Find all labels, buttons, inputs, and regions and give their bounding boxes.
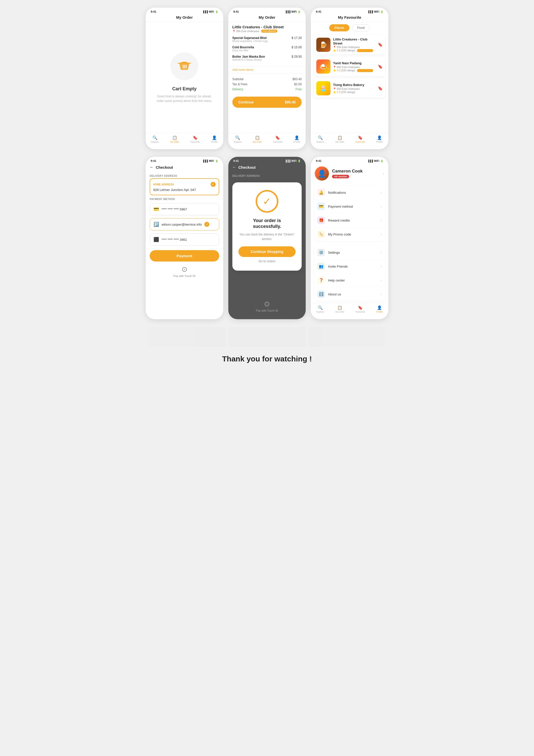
nav-myorder-6[interactable]: 📋 My order	[335, 305, 344, 313]
payment-icon: 💳	[317, 202, 325, 210]
payment-button[interactable]: Payment	[150, 250, 219, 261]
order-item-2: Cold Bournvita Extra Hot Mild $ 15.00	[232, 45, 302, 52]
touch-id-icon-5: ⊙	[264, 300, 270, 308]
fav-item-3: 🧁 Tiong Bahru Bakery 📍 856 Esta Underpas…	[314, 79, 385, 98]
order-item-1: Special Gajananad Bhel Mixed vegetables,…	[232, 36, 302, 42]
menu-promo[interactable]: 🏷️ My Promo code ›	[314, 228, 385, 241]
nav-myorder-1[interactable]: 📋 My order	[170, 135, 179, 143]
explore-label-6: Explore	[317, 310, 324, 313]
fav-rating-1: ⭐ 4.8 (233 ratings) Free delivery	[333, 49, 375, 52]
checkout-title-5: Checkout	[238, 165, 255, 170]
fav-img-3: 🧁	[316, 81, 331, 95]
myorder-label-2: My order	[253, 141, 262, 143]
nav-myorder-3[interactable]: 📋 My order	[335, 135, 344, 143]
rewards-icon: 🎁	[317, 217, 325, 224]
rewards-label: Reward credits	[328, 219, 378, 222]
signal-icon-2: ▐▐▐	[285, 10, 290, 13]
subtotal-label: Subtotal	[232, 77, 244, 81]
notifications-icon: 🔔	[317, 189, 325, 196]
about-icon: ℹ️	[317, 290, 325, 298]
touch-id-section-5: ⊙ Pay with Touch ID	[228, 298, 306, 314]
nav-fav-3[interactable]: 🔖 Favourite	[356, 135, 365, 143]
fav-icon-3: 🔖	[358, 135, 363, 140]
touch-id-icon-4: ⊙	[181, 265, 187, 273]
status-bar-4: 9:41 ▐▐▐ WiFi 🔋	[146, 157, 223, 163]
paypal-check: ✓	[204, 222, 209, 227]
menu-rewards[interactable]: 🎁 Reward credits ›	[314, 213, 385, 228]
tab-places[interactable]: Places	[329, 24, 349, 31]
fav-label-3: Favourite	[356, 141, 365, 143]
profile-label-6: Profile	[376, 310, 383, 313]
order-address: 856 Esta Underpass	[236, 30, 259, 33]
delivery-label: Delivery	[232, 88, 243, 91]
promo-icon: 🏷️	[317, 230, 325, 238]
payment-card-mc[interactable]: ⬛ **** **** **** 3461	[150, 233, 219, 246]
tab-food[interactable]: Food	[352, 24, 370, 31]
success-circle: ✓	[255, 190, 279, 213]
profile-icon-3: 👤	[377, 135, 382, 140]
signal-icon-3: ▐▐▐	[368, 10, 373, 13]
nav-fav-6[interactable]: 🔖 Favourite	[356, 305, 365, 313]
checkout-back-5[interactable]: ← Checkout	[228, 163, 306, 172]
profile-header: 👤 Cameron Cook VIP member ›	[311, 163, 388, 184]
order-header: Little Creatures - Club Street 📍 856 Est…	[228, 22, 306, 34]
delivery-section-label-5: DELIVERY ADDRESS	[228, 172, 306, 178]
profile-label-2: Profile	[294, 141, 300, 143]
wifi-icon: WiFi	[209, 10, 214, 13]
checkout-back-4[interactable]: ← Checkout	[146, 163, 223, 172]
continue-price: $95.40	[285, 100, 296, 104]
nav-fav-2[interactable]: 🔖 Favourite	[273, 135, 283, 143]
nav-explore-6[interactable]: 🔍 Explore	[317, 305, 324, 313]
status-icons-1: ▐▐▐ WiFi 🔋	[202, 10, 218, 13]
nav-profile-1[interactable]: 👤 Profile	[211, 135, 218, 143]
continue-button[interactable]: Continue $95.40	[232, 96, 302, 108]
location-icon: 📍	[232, 30, 235, 33]
add-more-link[interactable]: Add more items	[228, 67, 306, 73]
nav-explore-2[interactable]: 🔍 Explore	[234, 135, 242, 143]
go-orders-button[interactable]: Go to orders	[259, 259, 276, 263]
screen2-title: My Order	[259, 15, 275, 19]
fav-bookmark-2[interactable]: 🔖	[378, 64, 383, 69]
status-time-4: 9:41	[151, 159, 156, 162]
explore-icon-3: 🔍	[318, 135, 323, 140]
continue-shopping-button[interactable]: Continue Shopping	[238, 246, 296, 257]
success-desc: You can track the delivery in the "Order…	[238, 232, 296, 241]
menu-notifications[interactable]: 🔔 Notifications ›	[314, 186, 385, 200]
basket-icon	[177, 58, 192, 74]
subtotal-value: $93.40	[293, 77, 302, 81]
watermark-phone-3	[308, 327, 386, 347]
delivery-value: Free	[296, 88, 302, 91]
status-icons-4: ▐▐▐ WiFi 🔋	[202, 160, 218, 162]
menu-help[interactable]: ❓ Help center ›	[314, 273, 385, 287]
payment-card-paypal[interactable]: 🅿️ wilson.casper@bernice.info ✓	[150, 218, 219, 230]
phone-screen-4: 9:41 ▐▐▐ WiFi 🔋 ← Checkout DELIVERY ADDR…	[146, 157, 223, 319]
address-label-4: HOME ADDRESS ✓	[153, 182, 216, 187]
fav-bookmark-1[interactable]: 🔖	[378, 42, 383, 47]
nav-profile-6[interactable]: 👤 Profile	[376, 305, 383, 313]
menu-about[interactable]: ℹ️ About us ›	[314, 287, 385, 301]
notifications-label: Notifications	[328, 191, 378, 195]
nav-profile-3[interactable]: 👤 Profile	[376, 135, 383, 143]
notifications-chevron: ›	[381, 190, 382, 195]
menu-payment[interactable]: 💳 Payment method ›	[314, 200, 385, 213]
fav-info-3: Tiong Bahru Bakery 📍 856 Esta Underpass …	[333, 83, 375, 94]
nav-profile-2[interactable]: 👤 Profile	[294, 135, 300, 143]
menu-invite[interactable]: 👥 Invite Friends ›	[314, 259, 385, 273]
nav-explore-1[interactable]: 🔍 Explore	[151, 135, 159, 143]
nav-explore-3[interactable]: 🔍 Explore	[317, 135, 324, 143]
fav-icon-2: 🔖	[275, 135, 280, 140]
menu-settings[interactable]: ⚙️ Settings ›	[314, 246, 385, 259]
battery-icon-3: 🔋	[380, 10, 383, 13]
fav-bookmark-3[interactable]: 🔖	[378, 86, 383, 91]
basket-circle	[171, 52, 198, 80]
phone-screen-2: 9:41 ▐▐▐ WiFi 🔋 My Order Little Creature…	[228, 8, 306, 149]
status-time-6: 9:41	[316, 159, 321, 162]
nav-fav-1[interactable]: 🔖 Favourite	[190, 135, 200, 143]
nav-myorder-2[interactable]: 📋 My order	[253, 135, 262, 143]
myorder-icon-3: 📋	[337, 135, 342, 140]
summary-delivery: Delivery Free	[232, 88, 302, 91]
payment-card-visa[interactable]: 💳 **** **** **** 5967	[150, 203, 219, 215]
profile-icon: 👤	[212, 135, 217, 140]
profile-icon-2: 👤	[294, 135, 299, 140]
menu-section-2: ⚙️ Settings › 👥 Invite Friends › ❓ Help …	[314, 246, 385, 301]
